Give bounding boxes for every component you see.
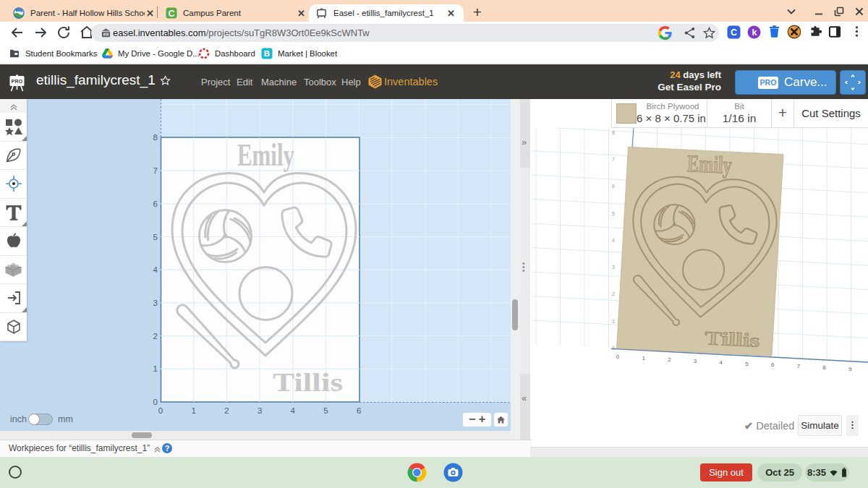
svg-text:4: 4 — [291, 406, 296, 415]
svg-text:5: 5 — [323, 406, 328, 415]
svg-text:3: 3 — [612, 265, 615, 270]
svg-text:6: 6 — [771, 361, 775, 368]
svg-text:2: 2 — [153, 332, 158, 341]
svg-text:1: 1 — [642, 355, 645, 361]
svg-text:5: 5 — [153, 233, 158, 241]
svg-text:5: 5 — [745, 361, 749, 367]
svg-text:4: 4 — [612, 238, 615, 243]
svg-text:0: 0 — [158, 406, 163, 415]
svg-text:7: 7 — [797, 363, 801, 369]
svg-text:2: 2 — [224, 406, 229, 415]
svg-text:7: 7 — [153, 166, 158, 175]
svg-text:3: 3 — [258, 406, 262, 415]
svg-text:1: 1 — [153, 364, 158, 373]
svg-text:8: 8 — [612, 130, 615, 135]
svg-text:2: 2 — [668, 356, 671, 363]
svg-text:7: 7 — [612, 157, 615, 162]
svg-text:3: 3 — [694, 358, 697, 364]
svg-text:C: C — [731, 27, 737, 38]
svg-text:4: 4 — [720, 359, 723, 366]
svg-text:4: 4 — [153, 265, 158, 274]
svg-text:1: 1 — [191, 406, 195, 415]
svg-text:3: 3 — [153, 299, 158, 307]
svg-text:8: 8 — [153, 133, 158, 142]
svg-text:6: 6 — [357, 406, 361, 415]
svg-text:0: 0 — [616, 354, 620, 360]
svg-text:8: 8 — [822, 364, 826, 371]
svg-text:k: k — [752, 27, 757, 38]
svg-text:0: 0 — [153, 398, 158, 406]
svg-text:0: 0 — [612, 346, 615, 351]
svg-text:2: 2 — [612, 291, 615, 296]
svg-text:5: 5 — [612, 211, 615, 216]
svg-text:1: 1 — [612, 319, 615, 324]
svg-text:6: 6 — [153, 200, 158, 208]
svg-text:9: 9 — [848, 366, 852, 372]
svg-text:6: 6 — [612, 184, 615, 189]
